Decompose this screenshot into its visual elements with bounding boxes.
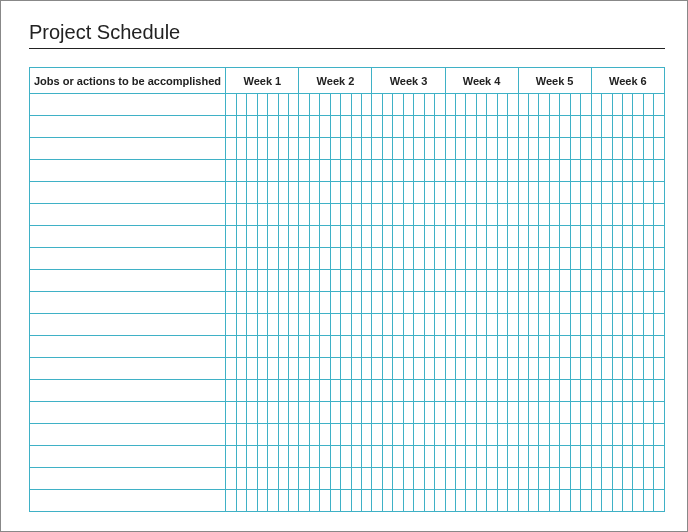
day-cell — [560, 226, 570, 248]
day-cell — [612, 204, 622, 226]
day-cell — [268, 424, 278, 446]
day-cell — [591, 490, 601, 512]
day-cell — [278, 358, 288, 380]
day-cell — [278, 402, 288, 424]
day-cell — [247, 292, 257, 314]
day-cell — [288, 446, 298, 468]
day-cell — [529, 292, 539, 314]
day-cell — [299, 182, 309, 204]
day-cell — [654, 116, 665, 138]
day-cell — [602, 490, 612, 512]
day-cell — [445, 314, 455, 336]
day-cell — [539, 116, 549, 138]
day-cell — [268, 248, 278, 270]
day-cell — [549, 182, 559, 204]
day-cell — [382, 358, 392, 380]
day-cell — [549, 270, 559, 292]
day-cell — [612, 182, 622, 204]
day-cell — [476, 468, 486, 490]
day-cell — [643, 204, 653, 226]
day-cell — [403, 292, 413, 314]
day-cell — [633, 270, 643, 292]
day-cell — [299, 116, 309, 138]
day-cell — [403, 160, 413, 182]
day-cell — [654, 94, 665, 116]
day-cell — [403, 446, 413, 468]
day-cell — [455, 446, 465, 468]
day-cell — [633, 94, 643, 116]
day-cell — [288, 380, 298, 402]
day-cell — [435, 292, 445, 314]
day-cell — [643, 94, 653, 116]
jobs-cell — [30, 226, 226, 248]
day-cell — [539, 248, 549, 270]
day-cell — [466, 138, 476, 160]
day-cell — [476, 138, 486, 160]
day-cell — [309, 336, 319, 358]
day-cell — [633, 182, 643, 204]
day-cell — [633, 160, 643, 182]
day-cell — [455, 314, 465, 336]
day-cell — [435, 204, 445, 226]
day-cell — [445, 402, 455, 424]
day-cell — [403, 490, 413, 512]
day-cell — [633, 490, 643, 512]
day-cell — [278, 490, 288, 512]
day-cell — [643, 292, 653, 314]
day-cell — [455, 182, 465, 204]
day-cell — [278, 336, 288, 358]
table-row — [30, 182, 665, 204]
day-cell — [414, 248, 424, 270]
day-cell — [570, 204, 580, 226]
day-cell — [424, 468, 434, 490]
day-cell — [268, 314, 278, 336]
day-cell — [622, 226, 632, 248]
day-cell — [247, 402, 257, 424]
day-cell — [654, 204, 665, 226]
day-cell — [529, 270, 539, 292]
table-row — [30, 402, 665, 424]
day-cell — [257, 380, 267, 402]
day-cell — [497, 116, 507, 138]
day-cell — [622, 292, 632, 314]
day-cell — [612, 160, 622, 182]
day-cell — [393, 358, 403, 380]
day-cell — [643, 138, 653, 160]
week-header: Week 3 — [372, 68, 445, 94]
day-cell — [382, 182, 392, 204]
day-cell — [529, 204, 539, 226]
day-cell — [591, 204, 601, 226]
day-cell — [351, 248, 361, 270]
day-cell — [455, 468, 465, 490]
day-cell — [476, 226, 486, 248]
day-cell — [476, 94, 486, 116]
day-cell — [455, 226, 465, 248]
day-cell — [529, 446, 539, 468]
day-cell — [476, 402, 486, 424]
day-cell — [320, 270, 330, 292]
day-cell — [309, 292, 319, 314]
table-row — [30, 358, 665, 380]
day-cell — [622, 314, 632, 336]
day-cell — [435, 94, 445, 116]
table-row — [30, 204, 665, 226]
day-cell — [288, 402, 298, 424]
day-cell — [622, 94, 632, 116]
day-cell — [476, 490, 486, 512]
day-cell — [487, 226, 497, 248]
day-cell — [497, 248, 507, 270]
day-cell — [330, 490, 340, 512]
day-cell — [414, 116, 424, 138]
day-cell — [643, 402, 653, 424]
day-cell — [591, 182, 601, 204]
day-cell — [320, 336, 330, 358]
day-cell — [445, 468, 455, 490]
day-cell — [362, 160, 372, 182]
day-cell — [508, 490, 518, 512]
day-cell — [612, 138, 622, 160]
day-cell — [226, 292, 236, 314]
day-cell — [654, 160, 665, 182]
day-cell — [529, 226, 539, 248]
day-cell — [529, 358, 539, 380]
day-cell — [403, 314, 413, 336]
